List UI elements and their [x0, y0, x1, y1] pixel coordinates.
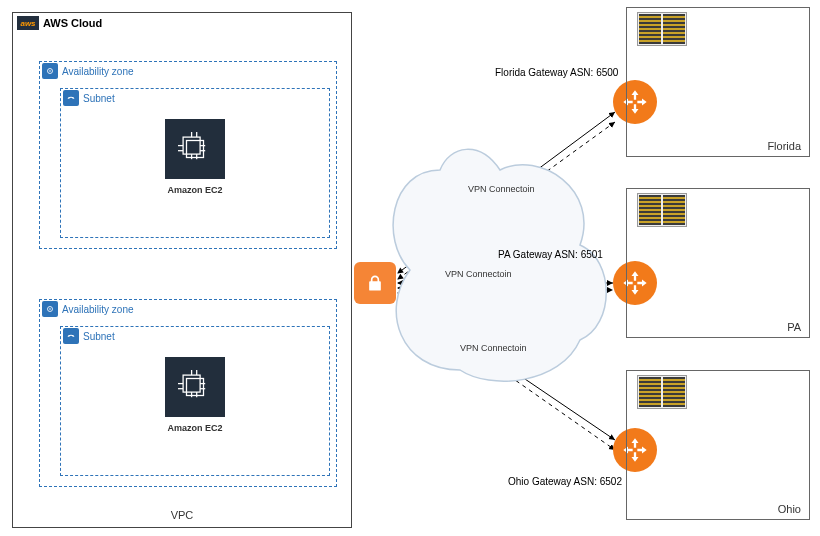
vpn-connection-label-pa: VPN Connectoin [445, 269, 512, 279]
vpn-connection-label-ohio: VPN Connectoin [460, 343, 527, 353]
az-icon [42, 63, 58, 79]
vpc-label: VPC [13, 509, 351, 521]
site-label-florida: Florida [627, 140, 801, 152]
server-rack-icon [637, 12, 687, 46]
subnet-icon [63, 328, 79, 344]
ec2-icon [165, 357, 225, 417]
vpn-connection-label-florida: VPN Connectoin [468, 184, 535, 194]
svg-point-19 [49, 308, 51, 310]
svg-point-7 [49, 70, 51, 72]
pa-gateway-label: PA Gateway ASN: 6501 [498, 249, 603, 260]
site-label-ohio: Ohio [627, 503, 801, 515]
aws-logo-icon: aws [17, 16, 39, 30]
ohio-gateway-label: Ohio Gateway ASN: 6502 [508, 476, 622, 487]
svg-rect-21 [183, 375, 200, 392]
florida-gateway-label: Florida Gateway ASN: 6500 [495, 67, 618, 78]
server-rack-icon [637, 375, 687, 409]
az-label: Availability zone [62, 304, 134, 315]
subnet-label: Subnet [83, 93, 115, 104]
site-label-pa: PA [627, 321, 801, 333]
svg-rect-20 [187, 379, 204, 396]
ec2-instance-2: Amazon EC2 [160, 357, 230, 433]
subnet-icon [63, 90, 79, 106]
svg-rect-8 [187, 141, 204, 158]
svg-point-30 [374, 284, 377, 287]
virtual-private-gateway-icon [354, 262, 396, 304]
ec2-label: Amazon EC2 [160, 423, 230, 433]
az-icon [42, 301, 58, 317]
availability-zone-1: Availability zone Subnet Amazon EC2 [39, 61, 337, 249]
site-ohio: Ohio [626, 370, 810, 520]
ec2-instance-1: Amazon EC2 [160, 119, 230, 195]
site-pa: PA [626, 188, 810, 338]
subnet-label: Subnet [83, 331, 115, 342]
ec2-icon [165, 119, 225, 179]
availability-zone-2: Availability zone Subnet Amazon EC2 [39, 299, 337, 487]
aws-cloud-label: AWS Cloud [43, 17, 102, 29]
svg-rect-9 [183, 137, 200, 154]
subnet-2: Subnet Amazon EC2 [60, 326, 330, 476]
aws-cloud-container: aws AWS Cloud Availability zone Subnet A… [12, 12, 352, 528]
aws-cloud-header: aws AWS Cloud [13, 13, 351, 33]
ec2-label: Amazon EC2 [160, 185, 230, 195]
server-rack-icon [637, 193, 687, 227]
subnet-1: Subnet Amazon EC2 [60, 88, 330, 238]
az-label: Availability zone [62, 66, 134, 77]
site-florida: Florida [626, 7, 810, 157]
